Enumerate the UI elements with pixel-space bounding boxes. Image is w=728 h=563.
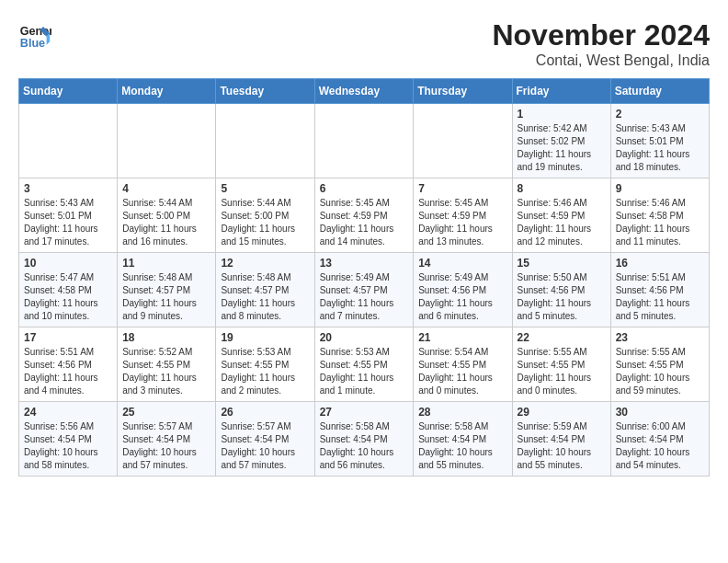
day-number: 26 (221, 406, 309, 419)
sunset-text: Sunset: 4:59 PM (320, 211, 388, 221)
sunrise-text: Sunrise: 5:56 AM (24, 421, 94, 431)
sunset-text: Sunset: 4:55 PM (418, 360, 486, 370)
week-row-5: 24Sunrise: 5:56 AMSunset: 4:54 PMDayligh… (19, 402, 710, 477)
sunset-text: Sunset: 5:00 PM (122, 211, 190, 221)
daylight-text: Daylight: 11 hours and 17 minutes. (24, 224, 98, 247)
calendar-cell (216, 104, 314, 178)
weekday-header-wednesday: Wednesday (314, 79, 414, 104)
cell-content: Sunrise: 5:50 AMSunset: 4:56 PMDaylight:… (518, 271, 606, 323)
calendar-cell: 26Sunrise: 5:57 AMSunset: 4:54 PMDayligh… (216, 402, 314, 477)
daylight-text: Daylight: 11 hours and 6 minutes. (418, 298, 493, 321)
sunset-text: Sunset: 4:56 PM (518, 285, 586, 295)
sunset-text: Sunset: 4:54 PM (418, 434, 486, 444)
calendar-cell: 18Sunrise: 5:52 AMSunset: 4:55 PMDayligh… (118, 327, 216, 402)
sunrise-text: Sunrise: 5:53 AM (320, 347, 390, 357)
calendar-cell (314, 104, 414, 178)
calendar-cell: 19Sunrise: 5:53 AMSunset: 4:55 PMDayligh… (216, 327, 314, 402)
day-number: 12 (221, 257, 309, 270)
cell-content: Sunrise: 5:48 AMSunset: 4:57 PMDaylight:… (221, 271, 309, 323)
sunrise-text: Sunrise: 5:43 AM (616, 123, 686, 133)
calendar-cell: 1Sunrise: 5:42 AMSunset: 5:02 PMDaylight… (512, 104, 610, 178)
calendar-cell: 14Sunrise: 5:49 AMSunset: 4:56 PMDayligh… (414, 253, 512, 327)
weekday-header-thursday: Thursday (414, 79, 512, 104)
daylight-text: Daylight: 11 hours and 7 minutes. (320, 298, 394, 321)
day-number: 1 (518, 108, 606, 121)
calendar-cell: 11Sunrise: 5:48 AMSunset: 4:57 PMDayligh… (118, 253, 216, 327)
sunset-text: Sunset: 4:57 PM (122, 285, 190, 295)
sunset-text: Sunset: 4:54 PM (24, 434, 92, 444)
cell-content: Sunrise: 5:43 AMSunset: 5:01 PMDaylight:… (24, 197, 112, 248)
daylight-text: Daylight: 10 hours and 54 minutes. (616, 447, 690, 470)
week-row-4: 17Sunrise: 5:51 AMSunset: 4:56 PMDayligh… (19, 327, 710, 402)
daylight-text: Daylight: 11 hours and 4 minutes. (24, 373, 98, 396)
day-number: 29 (518, 406, 606, 419)
day-number: 28 (418, 406, 506, 419)
cell-content: Sunrise: 5:55 AMSunset: 4:55 PMDaylight:… (616, 346, 704, 397)
calendar-cell: 12Sunrise: 5:48 AMSunset: 4:57 PMDayligh… (216, 253, 314, 327)
day-number: 21 (418, 331, 506, 344)
sunset-text: Sunset: 4:54 PM (518, 434, 586, 444)
sunset-text: Sunset: 4:55 PM (221, 360, 289, 370)
calendar-cell: 16Sunrise: 5:51 AMSunset: 4:56 PMDayligh… (610, 253, 709, 327)
sunrise-text: Sunrise: 5:59 AM (518, 421, 587, 431)
day-number: 3 (24, 182, 112, 195)
calendar-cell: 17Sunrise: 5:51 AMSunset: 4:56 PMDayligh… (19, 327, 118, 402)
daylight-text: Daylight: 11 hours and 16 minutes. (122, 224, 197, 247)
calendar-cell: 9Sunrise: 5:46 AMSunset: 4:58 PMDaylight… (610, 178, 709, 253)
daylight-text: Daylight: 10 hours and 56 minutes. (320, 447, 394, 470)
calendar-cell: 3Sunrise: 5:43 AMSunset: 5:01 PMDaylight… (19, 178, 118, 253)
daylight-text: Daylight: 11 hours and 0 minutes. (518, 373, 592, 396)
cell-content: Sunrise: 5:45 AMSunset: 4:59 PMDaylight:… (418, 197, 506, 248)
daylight-text: Daylight: 11 hours and 12 minutes. (518, 224, 592, 247)
day-number: 8 (518, 182, 606, 195)
calendar-cell: 27Sunrise: 5:58 AMSunset: 4:54 PMDayligh… (314, 402, 414, 477)
daylight-text: Daylight: 11 hours and 18 minutes. (616, 149, 690, 172)
sunset-text: Sunset: 4:58 PM (616, 211, 684, 221)
calendar-cell: 24Sunrise: 5:56 AMSunset: 4:54 PMDayligh… (19, 402, 118, 477)
day-number: 7 (418, 182, 506, 195)
daylight-text: Daylight: 11 hours and 0 minutes. (418, 373, 493, 396)
svg-text:Blue: Blue (20, 37, 45, 50)
sunrise-text: Sunrise: 5:47 AM (24, 272, 94, 282)
sunset-text: Sunset: 4:56 PM (418, 285, 486, 295)
day-number: 30 (616, 406, 704, 419)
cell-content: Sunrise: 5:44 AMSunset: 5:00 PMDaylight:… (221, 197, 309, 248)
weekday-header-sunday: Sunday (19, 79, 118, 104)
sunrise-text: Sunrise: 5:51 AM (616, 272, 686, 282)
day-number: 16 (616, 257, 704, 270)
sunrise-text: Sunrise: 5:48 AM (122, 272, 192, 282)
daylight-text: Daylight: 11 hours and 13 minutes. (418, 224, 493, 247)
month-title: November 2024 (492, 18, 710, 52)
sunrise-text: Sunrise: 6:00 AM (616, 421, 686, 431)
cell-content: Sunrise: 5:54 AMSunset: 4:55 PMDaylight:… (418, 346, 506, 397)
day-number: 20 (320, 331, 409, 344)
calendar-cell: 20Sunrise: 5:53 AMSunset: 4:55 PMDayligh… (314, 327, 414, 402)
day-number: 17 (24, 331, 112, 344)
cell-content: Sunrise: 5:51 AMSunset: 4:56 PMDaylight:… (24, 346, 112, 397)
daylight-text: Daylight: 10 hours and 55 minutes. (518, 447, 592, 470)
daylight-text: Daylight: 11 hours and 5 minutes. (518, 298, 592, 321)
day-number: 15 (518, 257, 606, 270)
page-header: General Blue November 2024 Contai, West … (18, 18, 710, 69)
calendar-cell: 22Sunrise: 5:55 AMSunset: 4:55 PMDayligh… (512, 327, 610, 402)
cell-content: Sunrise: 5:42 AMSunset: 5:02 PMDaylight:… (518, 122, 606, 174)
day-number: 23 (616, 331, 704, 344)
day-number: 24 (24, 406, 112, 419)
cell-content: Sunrise: 5:43 AMSunset: 5:01 PMDaylight:… (616, 122, 704, 174)
cell-content: Sunrise: 5:52 AMSunset: 4:55 PMDaylight:… (122, 346, 210, 397)
sunset-text: Sunset: 4:57 PM (221, 285, 289, 295)
cell-content: Sunrise: 5:57 AMSunset: 4:54 PMDaylight:… (221, 420, 309, 472)
weekday-header-tuesday: Tuesday (216, 79, 314, 104)
sunset-text: Sunset: 4:59 PM (418, 211, 486, 221)
daylight-text: Daylight: 11 hours and 8 minutes. (221, 298, 295, 321)
calendar-cell: 7Sunrise: 5:45 AMSunset: 4:59 PMDaylight… (414, 178, 512, 253)
sunrise-text: Sunrise: 5:43 AM (24, 198, 94, 208)
calendar-cell: 4Sunrise: 5:44 AMSunset: 5:00 PMDaylight… (118, 178, 216, 253)
sunset-text: Sunset: 4:55 PM (320, 360, 388, 370)
day-number: 19 (221, 331, 309, 344)
cell-content: Sunrise: 5:57 AMSunset: 4:54 PMDaylight:… (122, 420, 210, 472)
sunset-text: Sunset: 4:57 PM (320, 285, 388, 295)
cell-content: Sunrise: 5:56 AMSunset: 4:54 PMDaylight:… (24, 420, 112, 472)
sunset-text: Sunset: 5:02 PM (518, 136, 586, 146)
sunrise-text: Sunrise: 5:52 AM (122, 347, 192, 357)
